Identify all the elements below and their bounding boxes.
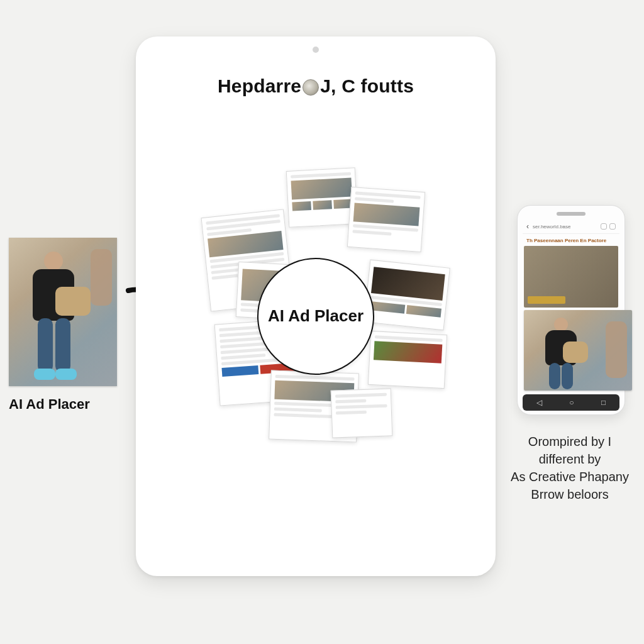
collage-page — [347, 187, 425, 252]
caption-line: Orompired by I — [507, 433, 633, 450]
source-block: AI Ad Placer — [9, 238, 117, 413]
webpage-collage: AI Ad Placer — [180, 175, 451, 446]
phone-system-nav: ◁ ○ □ — [523, 394, 619, 411]
globe-icon — [303, 79, 319, 96]
phone-speaker-icon — [557, 212, 586, 216]
tablet-title-right: J, C foutts — [320, 75, 414, 96]
source-image — [9, 238, 117, 386]
tablet-screen: HepdarreJ, C foutts — [155, 59, 477, 553]
tablet-device: HepdarreJ, C foutts — [136, 36, 496, 576]
source-label: AI Ad Placer — [9, 396, 117, 413]
caption-line: different by — [507, 450, 633, 468]
android-back-icon[interactable]: ◁ — [536, 398, 542, 407]
phone-article-image — [524, 246, 618, 308]
phone-device: ‹ ser.heworld.base Th Paseennaan Peren E… — [517, 205, 625, 415]
collage-page — [286, 167, 358, 228]
caption-line: Brrow beloors — [507, 486, 633, 503]
collage-page — [368, 331, 447, 389]
menu-icon[interactable] — [609, 223, 616, 230]
back-icon[interactable]: ‹ — [526, 222, 529, 231]
phone-article-title: Th Paseennaan Peren En Pactore — [523, 236, 619, 246]
collage-page — [364, 260, 450, 331]
collage-page — [331, 388, 393, 438]
tab-icon[interactable] — [601, 223, 607, 230]
phone-browser-bar: ‹ ser.heworld.base — [523, 219, 619, 234]
phone-caption: Orompired by I different by As Creative … — [507, 433, 633, 503]
android-home-icon[interactable]: ○ — [569, 398, 574, 407]
center-circle-label: AI Ad Placer — [257, 258, 374, 375]
caption-line: As Creative Phapany — [507, 468, 633, 486]
tablet-title-left: Hepdarre — [218, 75, 301, 96]
tablet-title: HepdarreJ, C foutts — [155, 59, 477, 97]
tablet-camera-icon — [313, 47, 319, 53]
android-recent-icon[interactable]: □ — [601, 398, 606, 407]
phone-ad-image — [524, 310, 632, 391]
phone-url: ser.heworld.base — [533, 224, 597, 230]
